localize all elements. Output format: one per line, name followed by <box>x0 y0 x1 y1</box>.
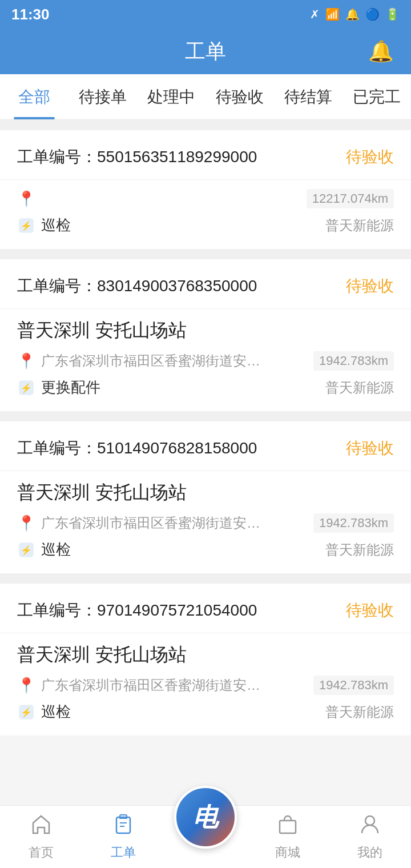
nav-shop[interactable]: 商城 <box>247 806 329 868</box>
tab-bar: 全部 待接单 处理中 待验收 待结算 已完工 <box>0 74 411 120</box>
location-left-1: 📍 <box>17 190 307 208</box>
user-icon <box>358 813 381 841</box>
nav-profile[interactable]: 我的 <box>329 806 411 868</box>
type-left-1: ⚡ 巡检 <box>17 215 71 235</box>
location-icon-2: 📍 <box>17 352 35 370</box>
volume-icon: 🔔 <box>345 7 360 21</box>
order-status-4: 待验收 <box>346 600 394 621</box>
tab-processing[interactable]: 处理中 <box>137 74 206 119</box>
card-header-1: 工单编号：550156351189299000 待验收 <box>0 130 411 180</box>
svg-rect-8 <box>116 817 130 833</box>
order-status-1: 待验收 <box>346 146 394 168</box>
nav-workorder-label: 工单 <box>111 844 136 861</box>
charging-icon-1: ⚡ <box>17 216 35 235</box>
order-number-2: 工单编号：830149003768350000 <box>17 275 257 297</box>
fab-text: 电 <box>193 801 218 834</box>
bell-icon[interactable]: 🔔 <box>368 39 394 63</box>
distance-3: 1942.783km <box>313 513 394 533</box>
svg-text:⚡: ⚡ <box>21 383 32 393</box>
svg-text:⚡: ⚡ <box>21 545 32 556</box>
svg-point-12 <box>365 816 374 825</box>
distance-2: 1942.783km <box>313 351 394 371</box>
type-row-2: ⚡ 更换配件 普天新能源 <box>17 377 394 397</box>
company-1: 普天新能源 <box>325 216 394 235</box>
address-4: 广东省深圳市福田区香蜜湖街道安托山大… <box>41 676 269 694</box>
address-2: 广东省深圳市福田区香蜜湖街道安托山大… <box>41 352 269 370</box>
location-icon-4: 📍 <box>17 677 35 694</box>
section-divider-4 <box>0 573 411 584</box>
nav-home-label: 首页 <box>29 844 54 861</box>
address-3: 广东省深圳市福田区香蜜湖街道安托山大… <box>41 514 269 532</box>
tab-pending-accept[interactable]: 待接单 <box>68 74 137 119</box>
svg-text:⚡: ⚡ <box>21 220 32 231</box>
location-row-3: 📍 广东省深圳市福田区香蜜湖街道安托山大… 1942.783km <box>17 513 394 533</box>
order-type-2: 更换配件 <box>41 377 100 397</box>
order-type-4: 巡检 <box>41 702 71 722</box>
shop-icon <box>276 813 299 841</box>
nav-shop-label: 商城 <box>275 844 300 861</box>
charging-icon-4: ⚡ <box>17 703 35 721</box>
location-left-3: 📍 广东省深圳市福田区香蜜湖街道安托山大… <box>17 514 313 532</box>
location-row-2: 📍 广东省深圳市福田区香蜜湖街道安托山大… 1942.783km <box>17 351 394 371</box>
card-body-4: 普天深圳 安托山场站 📍 广东省深圳市福田区香蜜湖街道安托山大… 1942.78… <box>0 633 411 736</box>
section-divider-2 <box>0 249 411 259</box>
clipboard-icon <box>112 813 135 841</box>
type-row-1: ⚡ 巡检 普天新能源 <box>17 215 394 235</box>
distance-1: 12217.074km <box>307 189 394 208</box>
nav-workorder[interactable]: 工单 <box>82 806 164 868</box>
type-row-3: ⚡ 巡检 普天新能源 <box>17 540 394 560</box>
status-time: 11:30 <box>11 6 50 23</box>
order-status-3: 待验收 <box>346 437 394 459</box>
location-left-4: 📍 广东省深圳市福田区香蜜湖街道安托山大… <box>17 676 313 694</box>
bottom-nav: 首页 工单 电 商城 <box>0 805 411 868</box>
location-left-2: 📍 广东省深圳市福田区香蜜湖街道安托山大… <box>17 352 313 370</box>
status-icons: ✗ 📶 🔔 🔵 🔋 <box>310 7 400 21</box>
nav-profile-label: 我的 <box>357 844 382 861</box>
x-icon: ✗ <box>310 7 320 21</box>
battery-icon: 🔋 <box>385 7 400 21</box>
station-name-2: 普天深圳 安托山场站 <box>17 318 394 343</box>
location-row-1: 📍 12217.074km <box>17 189 394 208</box>
company-2: 普天新能源 <box>325 379 394 397</box>
card-header-2: 工单编号：830149003768350000 待验收 <box>0 259 411 309</box>
header-title: 工单 <box>185 38 226 66</box>
tab-all[interactable]: 全部 <box>0 74 68 119</box>
type-left-3: ⚡ 巡检 <box>17 540 71 560</box>
order-number-1: 工单编号：550156351189299000 <box>17 146 257 168</box>
location-icon-1: 📍 <box>17 190 35 208</box>
svg-rect-11 <box>280 821 296 833</box>
work-order-card-4[interactable]: 工单编号：970149075721054000 待验收 普天深圳 安托山场站 📍… <box>0 584 411 736</box>
location-row-4: 📍 广东省深圳市福田区香蜜湖街道安托山大… 1942.783km <box>17 676 394 695</box>
card-body-2: 普天深圳 安托山场站 📍 广东省深圳市福田区香蜜湖街道安托山大… 1942.78… <box>0 309 411 411</box>
home-icon <box>30 813 53 841</box>
order-type-3: 巡检 <box>41 540 71 560</box>
station-name-4: 普天深圳 安托山场站 <box>17 642 394 668</box>
card-body-1: 📍 12217.074km ⚡ 巡检 普天新能源 <box>0 180 411 249</box>
bluetooth-icon: 🔵 <box>365 7 380 21</box>
order-number-4: 工单编号：970149075721054000 <box>17 600 257 621</box>
charging-icon-3: ⚡ <box>17 541 35 559</box>
company-3: 普天新能源 <box>325 541 394 559</box>
fab-button[interactable]: 电 <box>174 786 237 849</box>
nav-home[interactable]: 首页 <box>0 806 82 868</box>
card-header-4: 工单编号：970149075721054000 待验收 <box>0 584 411 633</box>
card-header-3: 工单编号：510149076828158000 待验收 <box>0 421 411 471</box>
work-order-card-2[interactable]: 工单编号：830149003768350000 待验收 普天深圳 安托山场站 📍… <box>0 259 411 411</box>
section-divider-3 <box>0 411 411 421</box>
station-name-3: 普天深圳 安托山场站 <box>17 480 394 505</box>
card-body-3: 普天深圳 安托山场站 📍 广东省深圳市福田区香蜜湖街道安托山大… 1942.78… <box>0 471 411 573</box>
work-order-card-1[interactable]: 工单编号：550156351189299000 待验收 📍 12217.074k… <box>0 130 411 249</box>
tab-completed[interactable]: 已完工 <box>342 74 411 119</box>
tab-pending-verify[interactable]: 待验收 <box>206 74 274 119</box>
location-icon-3: 📍 <box>17 515 35 532</box>
company-4: 普天新能源 <box>325 703 394 721</box>
charging-icon-2: ⚡ <box>17 379 35 397</box>
nav-fab[interactable]: 电 <box>164 806 247 868</box>
type-left-2: ⚡ 更换配件 <box>17 377 100 397</box>
order-type-1: 巡检 <box>41 215 71 235</box>
work-order-card-3[interactable]: 工单编号：510149076828158000 待验收 普天深圳 安托山场站 📍… <box>0 421 411 573</box>
order-number-3: 工单编号：510149076828158000 <box>17 437 257 459</box>
type-row-4: ⚡ 巡检 普天新能源 <box>17 702 394 722</box>
tab-pending-settle[interactable]: 待结算 <box>274 74 342 119</box>
wifi-icon: 📶 <box>325 7 340 21</box>
